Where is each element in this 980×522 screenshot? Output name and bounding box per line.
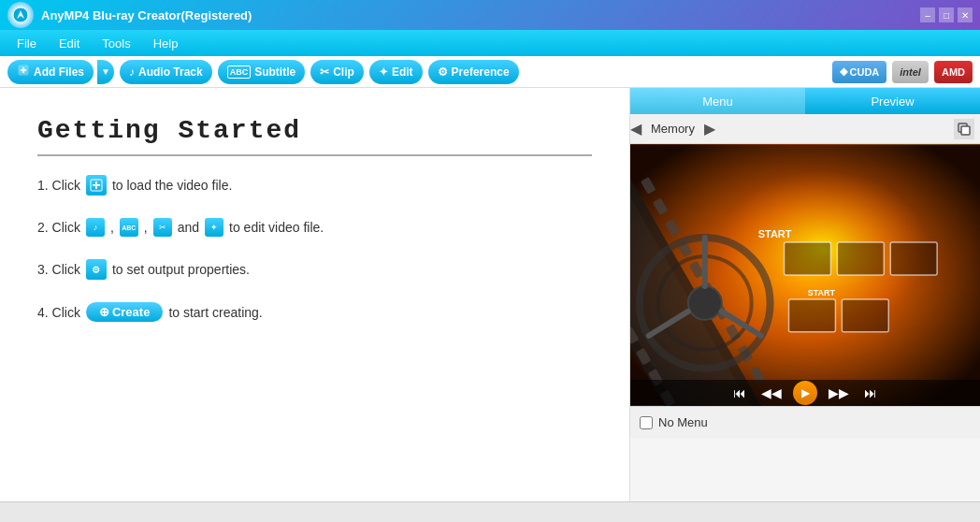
step-2-pre: 2. Click [37, 220, 80, 235]
svg-point-35 [688, 286, 722, 320]
nav-prev-button[interactable]: ◀ [630, 120, 641, 138]
step-2-post: to edit video file. [229, 220, 324, 235]
steps: 1. Click to load the video file. 2. Clic… [37, 175, 592, 322]
cuda-icon: ◆ [840, 65, 847, 78]
step-3: 3. Click ⚙ to set output properties. [37, 259, 592, 280]
skip-back-button[interactable]: ⏮ [729, 385, 750, 400]
nav-action-icon[interactable] [954, 119, 974, 139]
step-4-pre: 4. Click [37, 305, 80, 320]
intel-button[interactable]: intel intel [892, 61, 929, 83]
audio-track-label: Audio Track [138, 65, 203, 79]
prev-frame-button[interactable]: ◀◀ [757, 385, 785, 400]
title-bar: AnyMP4 Blu-ray Creator(Registered) – □ ✕ [0, 0, 980, 30]
amd-button[interactable]: AMD [934, 61, 973, 83]
getting-started-title: Getting Started [37, 116, 592, 156]
title-bar-left: AnyMP4 Blu-ray Creator(Registered) [7, 2, 252, 28]
app-title: AnyMP4 Blu-ray Creator(Registered) [41, 8, 252, 22]
svg-rect-44 [789, 299, 836, 332]
preview-canvas: START START ⏮ ◀◀ ▶ ▶▶ ⏭ [630, 144, 980, 406]
add-files-button[interactable]: Add Files [7, 60, 94, 84]
window-controls: – □ ✕ [920, 7, 973, 22]
right-panel: Menu Preview ◀ Memory ▶ [629, 88, 980, 522]
menu-help[interactable]: Help [144, 34, 188, 53]
skip-forward-button[interactable]: ⏭ [860, 385, 881, 400]
audio-step-icon: ♪ [86, 218, 105, 237]
add-files-dropdown[interactable]: ▼ [97, 60, 114, 84]
next-frame-button[interactable]: ▶▶ [825, 385, 853, 400]
audio-track-button[interactable]: ♪ Audio Track [120, 60, 212, 84]
preference-button[interactable]: ⚙ Preference [428, 60, 519, 84]
create-label: Create [112, 305, 150, 319]
left-panel: Getting Started 1. Click to load the vid… [0, 88, 629, 522]
step-3-pre: 3. Click [37, 262, 80, 277]
menu-edit[interactable]: Edit [50, 34, 89, 53]
toolbar: Add Files ▼ ♪ Audio Track ABC Subtitle ✂… [0, 56, 980, 88]
right-tabs: Menu Preview [630, 88, 980, 114]
right-bottom: No Menu [630, 406, 980, 438]
subtitle-button[interactable]: ABC Subtitle [218, 60, 306, 84]
cuda-label: CUDA [850, 66, 880, 78]
svg-rect-8 [961, 126, 970, 135]
app-logo [7, 2, 34, 28]
tab-menu[interactable]: Menu [630, 88, 805, 114]
maximize-button[interactable]: □ [939, 7, 954, 22]
clip-step-icon: ✂ [153, 218, 172, 237]
pref-step-icon: ⚙ [86, 259, 107, 280]
no-menu-checkbox[interactable] [640, 416, 653, 429]
step-4-post: to start creating. [168, 305, 262, 320]
close-button[interactable]: ✕ [958, 7, 973, 22]
clip-label: Clip [333, 65, 354, 79]
step-1: 1. Click to load the video file. [37, 175, 592, 196]
preference-label: Preference [452, 65, 510, 79]
add-files-label: Add Files [34, 65, 84, 79]
step-4: 4. Click ⊕ Create to start creating. [37, 302, 592, 322]
edit-label: Edit [392, 65, 413, 79]
audio-icon: ♪ [129, 65, 135, 79]
intel-logo: intel [900, 66, 921, 78]
cuda-button[interactable]: ◆ CUDA [832, 61, 887, 83]
nav-next-button[interactable]: ▶ [704, 120, 715, 138]
svg-rect-45 [842, 299, 888, 332]
svg-rect-40 [785, 242, 831, 275]
add-files-icon [17, 64, 30, 80]
add-files-step-icon [86, 175, 107, 196]
step-3-post: to set output properties. [112, 262, 250, 277]
playback-controls: ⏮ ◀◀ ▶ ▶▶ ⏭ [630, 380, 980, 406]
svg-rect-41 [837, 242, 884, 275]
subtitle-step-icon: ABC [120, 218, 138, 237]
edit-step-icon: ✦ [205, 218, 223, 237]
amd-label: AMD [942, 66, 965, 78]
create-icon: ⊕ [99, 305, 109, 319]
status-bar [0, 501, 980, 522]
nav-label: Memory [651, 122, 695, 136]
minimize-button[interactable]: – [920, 7, 935, 22]
step-2-mid2: , [144, 220, 148, 235]
clip-icon: ✂ [320, 65, 329, 79]
subtitle-label: Subtitle [254, 65, 295, 79]
menu-tools[interactable]: Tools [93, 34, 139, 53]
step-2-mid3: and [178, 220, 199, 235]
preview-nav: ◀ Memory ▶ [630, 114, 980, 144]
menu-file[interactable]: File [7, 34, 46, 53]
preference-icon: ⚙ [438, 65, 448, 79]
play-button[interactable]: ▶ [793, 381, 817, 405]
edit-button[interactable]: ✦ Edit [369, 60, 423, 84]
step-2-mid1: , [110, 220, 114, 235]
clip-button[interactable]: ✂ Clip [310, 60, 364, 84]
no-menu-label: No Menu [658, 415, 708, 429]
create-button-inline[interactable]: ⊕ Create [86, 302, 163, 322]
tab-preview[interactable]: Preview [805, 88, 980, 114]
svg-text:START: START [808, 288, 836, 297]
main-area: Getting Started 1. Click to load the vid… [0, 88, 980, 522]
menu-bar: File Edit Tools Help [0, 30, 980, 56]
svg-text:START: START [758, 228, 792, 239]
step-2: 2. Click ♪ , ABC , ✂ and ✦ to edit video… [37, 218, 592, 237]
svg-rect-42 [890, 242, 937, 275]
step-1-pre: 1. Click [37, 178, 80, 193]
step-1-post: to load the video file. [112, 178, 232, 193]
edit-icon: ✦ [379, 65, 388, 79]
subtitle-icon: ABC [227, 65, 252, 79]
